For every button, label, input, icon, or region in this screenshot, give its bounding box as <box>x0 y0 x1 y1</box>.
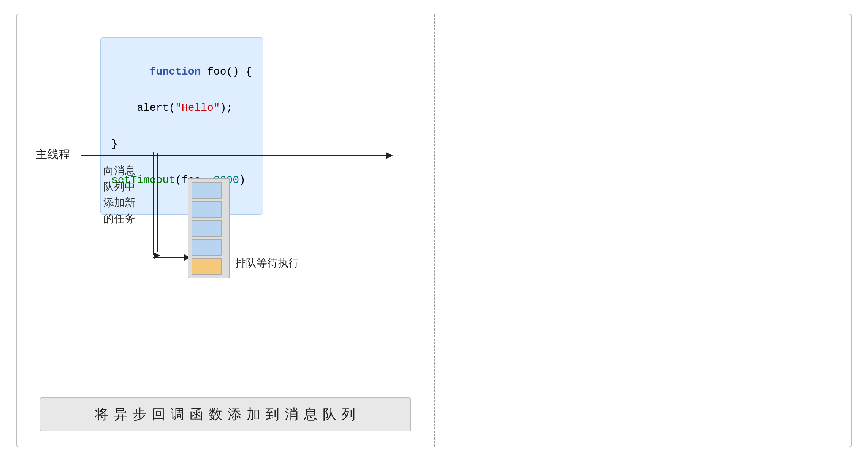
left-queue-item-2 <box>192 201 222 218</box>
left-queue-item-1 <box>192 182 222 199</box>
code-line2: alert( <box>111 102 175 114</box>
left-queue-item-orange <box>192 258 222 275</box>
code-line4-end: ) <box>239 174 246 186</box>
left-vertical-arrow <box>154 153 160 259</box>
left-panel: function foo() { alert("Hello"); } setTi… <box>17 14 434 447</box>
code-line1-rest: foo() { <box>201 66 252 78</box>
code-line2-end: ); <box>220 102 233 114</box>
left-vertical-annotation: 向消息队列中添加新的任务 <box>100 163 138 227</box>
left-queue-label: 排队等待执行 <box>235 256 299 270</box>
left-queue-item-4 <box>192 239 222 256</box>
panel-divider <box>434 14 435 447</box>
left-queue-item-3 <box>192 220 222 237</box>
left-main-thread-label: 主线程 <box>36 147 70 162</box>
left-caption: 将 异 步 回 调 函 数 添 加 到 消 息 队 列 <box>40 397 411 431</box>
main-container: function foo() { alert("Hello"); } setTi… <box>16 14 852 447</box>
code-line3: } <box>111 138 118 150</box>
left-queue <box>188 178 230 278</box>
left-horiz-to-queue-arrow <box>153 254 191 261</box>
left-arrow-line <box>81 155 386 156</box>
keyword-function: function <box>150 66 201 78</box>
left-horiz-line <box>153 257 184 258</box>
left-vert-line-seg <box>153 152 154 255</box>
left-main-thread-arrow <box>81 152 393 159</box>
code-string: "Hello" <box>175 102 220 114</box>
left-vertical-line <box>157 153 158 252</box>
right-panel: 主线程 取出 ⚙ 提交给主线程 执 行 异 步 <box>851 14 868 447</box>
left-arrow-head <box>386 152 393 159</box>
